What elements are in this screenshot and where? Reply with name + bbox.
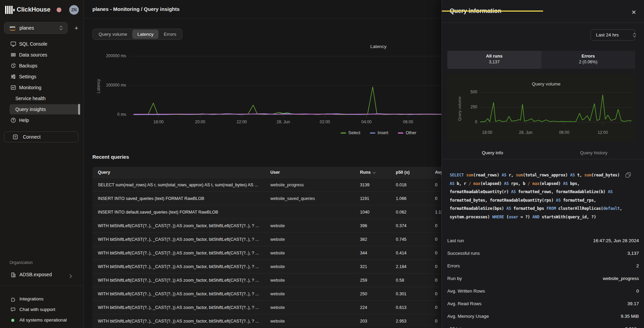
cell-query: INSERT INTO default.saved_queries (text)… <box>92 210 270 215</box>
sidebar-item-label: Monitoring <box>19 85 41 90</box>
detail-value: 0 <box>636 288 639 294</box>
sql-code-line: formatReadableQuantity(r) AS formatted_r… <box>450 188 635 196</box>
query-information-panel: Query information ✕ Last 24 hrs All runs… <box>441 0 644 328</box>
detail-label: Run by <box>447 276 462 281</box>
cell-query: WITH bitShiftLeft(CAST(?..), _CAST(?..))… <box>92 319 270 324</box>
sidebar-item-data-sources[interactable]: Data sources <box>0 49 84 60</box>
detail-label: Last run <box>447 238 464 243</box>
cell-p50: 0.613 <box>396 305 435 310</box>
sidebar-item-query-insights[interactable]: Query insights <box>0 104 84 115</box>
footer-item-integrations[interactable]: Integrations <box>0 294 84 304</box>
detail-value: 0.018s <box>625 326 639 328</box>
cell-runs: 1040 <box>360 210 396 215</box>
sidebar-item-service-health[interactable]: Service health <box>0 93 84 104</box>
avatar[interactable]: ZN <box>69 5 79 15</box>
y-tick-label: 250 <box>457 105 477 109</box>
connect-button[interactable]: Connect <box>4 131 78 142</box>
cell-runs: 396 <box>360 223 396 228</box>
sidebar-scrollbar[interactable] <box>78 104 80 115</box>
segment-value: 2 (0.06%) <box>541 60 635 64</box>
detail-label: Errors <box>447 263 460 268</box>
query-volume-title: Query volume <box>468 81 625 87</box>
panel-divider <box>442 22 644 23</box>
y-tick-label: 100000 ms <box>92 83 126 88</box>
x-tick-label: 06:00 <box>397 120 419 124</box>
tab-errors[interactable]: Errors <box>159 30 181 39</box>
clickhouse-logo-icon <box>5 6 14 14</box>
tab-query-volume[interactable]: Query volume <box>93 30 132 39</box>
segment-errors[interactable]: Errors2 (0.06%) <box>541 51 635 69</box>
column-header-p50-s-[interactable]: p50 (s) <box>396 170 435 175</box>
cell-runs: 382 <box>360 237 396 242</box>
status-dot-icon <box>11 319 14 322</box>
panel-tab-query-history[interactable]: Query history <box>543 148 644 159</box>
footer-item-label: Integrations <box>19 296 44 301</box>
active-tab-underline <box>442 11 543 12</box>
sidebar-item-label: SQL Console <box>19 41 47 47</box>
detail-row-last-run: Last run16:47:25, Jun 28 2024 <box>447 234 639 247</box>
y-tick-label: 0 <box>457 120 477 124</box>
detail-value: 39.17 <box>627 301 639 306</box>
sidebar-footer: IntegrationsChat with supportAll systems… <box>0 294 84 325</box>
cell-user: website <box>270 305 360 310</box>
cell-p50: 0.745 <box>396 237 435 242</box>
sql-code-line: SELECT sum(read_rows) AS r, sum(total_ro… <box>450 171 635 179</box>
organization-section-label: Organization <box>10 260 33 265</box>
legend-dash-icon <box>370 132 375 134</box>
detail-row-avg-read-rows: Avg. Read Rows39.17 <box>447 297 639 310</box>
cell-p50: 2.184 <box>396 264 435 269</box>
tab-latency[interactable]: Latency <box>132 30 159 39</box>
sql-code-block: SELECT sum(read_rows) AS r, sum(total_ro… <box>450 171 635 221</box>
sql-console-icon <box>10 41 16 47</box>
presence-dot-icon <box>57 7 61 12</box>
close-icon[interactable]: ✕ <box>630 8 638 16</box>
cell-p50: 2.953 <box>396 319 435 324</box>
cell-query: WITH bitShiftLeft(CAST(?..), _CAST(?..))… <box>92 278 270 283</box>
time-range-select[interactable]: Last 24 hrs <box>590 29 635 41</box>
y-tick-label: 0 ms <box>92 112 126 117</box>
column-header-query[interactable]: Query <box>92 170 270 175</box>
cell-runs: 250 <box>360 292 396 296</box>
organization-item[interactable]: ADSB.exposed <box>0 270 84 280</box>
connect-icon <box>12 134 18 140</box>
detail-label: Successful runs <box>447 251 480 256</box>
copy-icon[interactable] <box>625 172 631 178</box>
sidebar-item-monitoring[interactable]: Monitoring <box>0 82 84 93</box>
x-tick-label: 04:00 <box>356 120 377 124</box>
organization-icon <box>10 272 16 278</box>
cell-runs: 224 <box>360 305 396 310</box>
service-selector[interactable]: aws planes <box>4 22 68 34</box>
sidebar-item-backups[interactable]: Backups <box>0 60 84 71</box>
legend-item-insert: Insert <box>370 130 388 135</box>
sidebar-item-settings[interactable]: Settings <box>0 71 84 82</box>
sidebar-item-help[interactable]: Help <box>0 115 84 126</box>
cell-user: website <box>270 319 360 324</box>
cell-runs: 321 <box>360 264 396 269</box>
aws-icon: aws <box>9 25 17 31</box>
cell-runs: 3139 <box>360 183 396 187</box>
detail-value: website_progress <box>603 276 639 281</box>
cell-p50: 0.58 <box>396 278 435 283</box>
sidebar-item-label: Query insights <box>15 107 46 112</box>
cell-query: WITH bitShiftLeft(CAST(?..), _CAST(?..))… <box>92 251 270 255</box>
detail-row-errors: Errors2 <box>447 260 639 272</box>
footer-item-chat-with-support[interactable]: Chat with support <box>0 304 84 315</box>
legend-dash-icon <box>398 132 403 134</box>
cell-query: INSERT INTO saved_queries (text) FORMAT … <box>92 196 270 201</box>
footer-item-all-systems-operational[interactable]: All systems operational <box>0 315 84 325</box>
sidebar-item-sql-console[interactable]: SQL Console <box>0 38 84 49</box>
sql-code-line: system.processes) WHERE (user = ?) AND s… <box>450 213 635 221</box>
sidebar-item-label: Settings <box>19 74 36 79</box>
legend-label: Insert <box>378 130 388 135</box>
query-volume-plot[interactable] <box>480 88 631 127</box>
column-header-user[interactable]: User <box>270 170 360 175</box>
logo-row: ClickHouse ZN <box>0 5 84 15</box>
panel-tab-query-info[interactable]: Query info <box>442 148 543 159</box>
cell-user: website_saved_queries <box>270 196 360 201</box>
chart-tab-group: Query volumeLatencyErrors <box>92 29 182 40</box>
add-service-button[interactable]: + <box>72 24 81 33</box>
cell-p50: 1.066 <box>396 196 435 201</box>
segment-all-runs[interactable]: All runs3,137 <box>447 51 541 69</box>
cell-p50: 0.018 <box>396 183 435 187</box>
column-header-runs[interactable]: Runs <box>360 170 396 175</box>
